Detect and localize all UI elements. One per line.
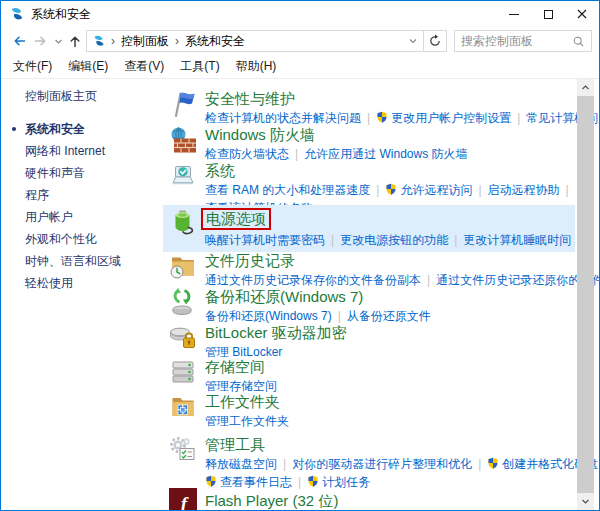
close-icon [577,9,587,19]
scrollbar-thumb[interactable] [577,96,594,493]
menu-item[interactable]: 帮助(H) [228,58,285,75]
chevron-down-icon [408,36,418,46]
section-work-folders: 工作文件夹管理工作文件夹 [163,390,575,433]
link-separator: | [478,457,481,471]
active-item-bullet-icon [12,127,16,131]
back-button[interactable] [8,30,30,52]
task-link[interactable]: 对你的驱动器进行碎片整理和优化 [292,457,472,471]
sidebar-item[interactable]: 用户帐户 [25,206,161,228]
refresh-icon [428,34,442,48]
uac-shield-icon [385,183,397,195]
refresh-button[interactable] [424,30,447,52]
section-title-link[interactable]: Windows 防火墙 [205,126,315,144]
sidebar-item[interactable]: 轻松使用 [25,272,161,294]
section-title-link[interactable]: 备份和还原(Windows 7) [205,288,363,306]
breadcrumb-item[interactable]: 控制面板 [121,33,169,50]
close-button[interactable] [565,1,599,27]
content-sections: 安全性与维护检查计算机的状态并解决问题|更改用户帐户控制设置|常见计算机问题疑难… [161,79,599,510]
chevron-down-icon [581,497,590,506]
link-separator: | [566,183,569,197]
maximize-button[interactable] [531,1,565,27]
flash-player-icon: f [169,488,197,511]
security-flag-icon [169,90,197,118]
section-title-link-annotated[interactable]: 电源选项 [201,208,271,230]
task-link[interactable]: 启动远程协助 [488,183,560,197]
address-dropdown-button[interactable] [408,32,418,50]
section-title-link[interactable]: 系统 [205,162,235,180]
sidebar-item[interactable]: 硬件和声音 [25,162,161,184]
task-link-row: 管理工作文件夹 [205,413,289,429]
storage-icon [169,358,197,386]
section-title-link[interactable]: 文件历史记录 [205,252,295,270]
chevron-up-icon [581,83,590,92]
section-title-link[interactable]: 安全性与维护 [205,90,295,108]
task-link[interactable]: 管理工作文件夹 [205,414,289,428]
address-bar[interactable]: ›控制面板›系统和安全 [86,30,424,52]
uac-shield-icon [487,457,499,469]
forward-arrow-icon [33,33,49,49]
task-link[interactable]: 释放磁盘空间 [205,457,277,471]
control-panel-logo-icon [9,6,25,22]
link-separator: | [376,183,379,197]
scroll-up-button[interactable] [577,79,594,96]
work-folders-icon [169,393,197,421]
chevron-right-icon: › [175,34,179,48]
search-input[interactable] [461,34,572,48]
sidebar-home-link[interactable]: 控制面板主页 [25,87,161,105]
breadcrumb: ›控制面板›系统和安全 [111,33,403,50]
section-power-options: 电源选项唤醒计算机时需要密码|更改电源按钮的功能|更改计算机睡眠时间 [163,205,575,252]
window-title: 系统和安全 [31,6,91,23]
recent-pages-button[interactable] [52,30,64,52]
vertical-scrollbar[interactable] [577,79,594,510]
section-title-link[interactable]: 管理工具 [205,436,265,454]
forward-button[interactable] [30,30,52,52]
menu-item[interactable]: 工具(T) [172,58,227,75]
up-arrow-icon [67,33,83,49]
sidebar-list: 系统和安全网络和 Internet硬件和声音程序用户帐户外观和个性化时钟、语言和… [25,118,161,294]
task-link-row: 释放磁盘空间|对你的驱动器进行碎片整理和优化|创建并格式化硬盘分区| [205,456,575,472]
menu-item[interactable]: 文件(F) [5,58,60,75]
menu-item[interactable]: 编辑(E) [60,58,116,75]
bitlocker-icon [169,324,197,352]
sidebar-item[interactable]: 系统和安全 [25,118,161,140]
section-flash-player: fFlash Player (32 位) [163,485,575,511]
sidebar-item[interactable]: 时钟、语言和区域 [25,250,161,272]
breadcrumb-item[interactable]: 系统和安全 [185,33,245,50]
system-icon [169,162,197,190]
task-link[interactable]: 唤醒计算机时需要密码 [205,233,325,247]
sidebar-item[interactable]: 网络和 Internet [25,140,161,162]
task-link-row: 查看 RAM 的大小和处理器速度|允许远程访问|启动远程协助| [205,182,575,198]
menu-bar: 文件(F)编辑(E)查看(V)工具(T)帮助(H) [1,55,599,79]
menu-item[interactable]: 查看(V) [116,58,172,75]
task-link[interactable]: 更改电源按钮的功能 [340,233,448,247]
control-panel-window: 系统和安全 ›控制面板›系统和安全 [0,0,600,511]
backup-icon [169,288,197,316]
task-link[interactable]: 更改计算机睡眠时间 [463,233,571,247]
chevron-right-icon: › [111,34,115,48]
section-title-link[interactable]: BitLocker 驱动器加密 [205,324,347,342]
sidebar-item[interactable]: 外观和个性化 [25,228,161,250]
search-icon [572,35,585,48]
link-separator: | [331,233,334,247]
section-title-link[interactable]: Flash Player (32 位) [205,488,338,511]
title-bar: 系统和安全 [1,1,599,27]
firewall-icon [169,126,197,154]
section-title-link[interactable]: 存储空间 [205,358,265,376]
task-link[interactable]: 允许远程访问 [385,183,472,197]
minimize-button[interactable] [497,1,531,27]
admin-tools-icon [169,436,197,464]
search-box [454,30,592,52]
power-options-icon [169,208,197,236]
window-controls [497,1,599,27]
task-link[interactable]: 查看 RAM 的大小和处理器速度 [205,183,370,197]
scroll-down-button[interactable] [577,493,594,510]
sidebar: 控制面板主页 系统和安全网络和 Internet硬件和声音程序用户帐户外观和个性… [1,79,161,510]
link-separator: | [283,457,286,471]
navigation-toolbar: ›控制面板›系统和安全 [1,27,599,55]
sidebar-item[interactable]: 程序 [25,184,161,206]
file-history-icon [169,252,197,280]
up-button[interactable] [64,30,86,52]
main-area: 控制面板主页 系统和安全网络和 Internet硬件和声音程序用户帐户外观和个性… [1,79,599,510]
section-title-link[interactable]: 工作文件夹 [205,393,280,411]
minimize-icon [509,14,519,15]
